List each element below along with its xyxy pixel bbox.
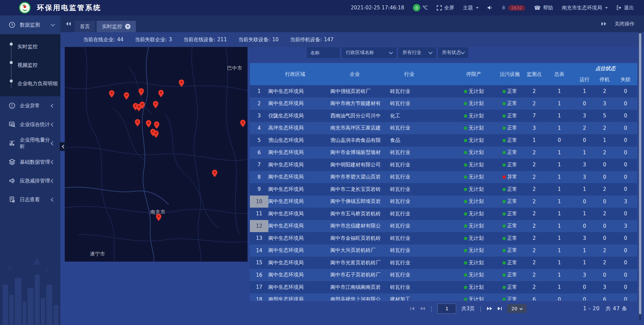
sidebar-item-emergency[interactable]: 应急减排管理 [0,171,60,190]
map-pin-icon[interactable] [146,120,151,127]
vertical-scrollbar[interactable] [639,32,641,321]
status-dot-icon [464,261,467,265]
table-row[interactable]: 10阆中生态环境局阆中千佛镇五郎垭页岩砖瓦行业无计划正常21003 [250,196,637,208]
tab-realtime-monitor[interactable]: 实时监控 × [97,21,136,32]
status-dot-icon [464,114,467,118]
next-page-button[interactable] [487,307,492,311]
tab-close-icon[interactable]: × [125,24,130,29]
table-row[interactable]: 13阆中生态环境局阆中市金福旺页岩机砖砖瓦行业无计划正常21300 [250,232,637,245]
cell-industry: 砖瓦行业 [387,183,451,196]
sidebar-item-enterprise-abnormal[interactable]: 企业异常 [0,96,60,115]
table-row[interactable]: 6阆中生态环境局阆中市金博瑞新型墙材砖瓦行业无计划正常21120 [250,147,637,159]
first-page-button[interactable] [410,307,415,311]
map-pin-icon[interactable] [156,214,161,221]
map-pin-icon[interactable] [109,90,114,98]
table-row[interactable]: 9阆中生态环境局阆中市二龙长宝页岩砖砖瓦行业无计划正常21120 [250,183,637,196]
table-row[interactable]: 18南部生态环境局南部县砚华上河有限公建材加工无计划正常60060 [250,293,637,301]
table-row[interactable]: 7阆中生态环境局阆中明阳建材有限公司砖瓦行业无计划正常21300 [250,159,637,171]
cell-stop: 0 [595,220,614,232]
map-pin-icon[interactable] [153,130,159,138]
status-dot-icon [502,126,506,130]
cell-region: 仪陇生态环境局 [268,110,322,122]
table-row[interactable]: 2阆中生态环境局阆中市南方节能建材有砖瓦行业无计划正常21030 [250,98,637,110]
close-operations-button[interactable]: 关闭操作 [614,21,635,27]
map-pin-icon[interactable] [158,90,164,97]
status-dot-icon [464,175,467,179]
sidebar-collapse-button[interactable] [60,142,66,151]
sound-button[interactable] [487,5,493,10]
last-page-button[interactable] [497,307,502,311]
table-row[interactable]: 11阆中生态环境局阆中市五马桥页岩机砖砖瓦行业无计划正常21120 [250,208,637,220]
table-row[interactable]: 3仪陇生态环境局西南油气田分公司川中化工无计划正常71350 [250,110,637,122]
scrollbar-thumb[interactable] [639,33,641,314]
name-filter-input[interactable] [307,47,340,58]
previous-page-button[interactable] [420,307,425,311]
status-filter-select[interactable]: 所有状态 [438,47,468,58]
table-row[interactable]: 5营山生态环境局营山县润丰肉食品有限食品无计划正常10010 [250,134,637,147]
sidebar-item-data-monitor[interactable]: 数据监测 [0,15,60,34]
status-dot-icon [464,102,467,105]
table-row[interactable]: 12阆中生态环境局阆中市忠信建材有限公砖瓦行业无计划正常21003 [250,220,637,232]
sidebar-item-logs[interactable]: 日志查看 [0,190,60,209]
tabs-scroll-right-button[interactable] [601,21,606,26]
sidebar-subitem[interactable]: 视频监控 [0,56,60,74]
sidebar-item-base-data[interactable]: 基础数据管理 [0,153,60,171]
status-dot-icon [464,212,467,216]
row-index: 6 [250,147,268,159]
map-pin-icon[interactable] [139,88,144,96]
chevron-left-icon [51,179,55,183]
map-pin-icon[interactable] [240,120,246,127]
page-number-input[interactable] [437,304,456,314]
cell-points: 2 [523,232,545,245]
chevron-down-icon [428,50,433,54]
logout-button[interactable]: 退出 [616,5,634,11]
cell-limit-status: 无计划 [451,122,496,134]
theme-dropdown[interactable]: 主题 [463,5,479,11]
cell-stop: 2 [595,183,614,196]
cell-meters: 1 [545,147,574,159]
map-pin-icon[interactable] [212,170,217,177]
table-row[interactable]: 17阆中生态环境局阆中市江南镇阆南页岩砖瓦行业无计划正常21030 [250,281,637,293]
status-dot-icon [502,114,506,118]
sidebar-item-enterprise-stats[interactable]: 企业综合统计 [0,115,60,134]
cell-stop: 2 [595,122,614,134]
sidebar-item-power-analysis[interactable]: 企业用电量分析 [0,134,60,153]
col-region: 行政区域 [268,63,322,85]
fullscreen-button[interactable]: 全屏 [437,5,454,11]
cell-limit-status: 无计划 [451,147,496,159]
map-panel[interactable]: 巴中市南充市遂宁市 [65,47,248,262]
table-row[interactable]: 8阆中生态环境局阆中市枣碧大梁山页岩砖瓦行业无计划异常21300 [250,171,637,183]
map-pin-icon[interactable] [179,79,184,87]
cell-region: 阆中生态环境局 [268,220,322,232]
tab-home[interactable]: 首页 [74,21,95,32]
cell-meters: 1 [545,196,574,208]
status-dot-icon [502,200,506,203]
tabs-scroll-left-button[interactable] [66,21,71,26]
map-pin-icon[interactable] [135,119,140,126]
map-pin-icon[interactable] [124,92,129,100]
help-button[interactable]: ☎ 帮助 [534,5,553,11]
sidebar-subitem[interactable]: 实时监控 [0,38,60,56]
org-dropdown[interactable]: 南充市生态环境局 [562,5,608,11]
map-pin-icon[interactable] [140,102,145,109]
page-size-select[interactable]: 20 [507,304,527,313]
region-filter-value: 行政区域名称 [346,50,374,56]
map-pin-icon[interactable] [153,101,158,108]
table-row[interactable]: 1阆中生态环境局阆中强锐页岩砖厂砖瓦行业无计划正常21120 [250,85,637,98]
cell-facility-status: 正常 [496,85,523,98]
notification-button[interactable]: 2632 [501,5,525,11]
map-pin-icon[interactable] [154,121,159,129]
cell-company: 阆中千佛镇五郎垭页岩 [322,196,387,208]
table-row[interactable]: 4高坪生态环境局南充市高坪区王家店建砖瓦行业无计划正常31220 [250,122,637,134]
region-filter-select[interactable]: 行政区域名称 [342,47,396,58]
cell-industry: 砖瓦行业 [387,269,451,281]
table-row[interactable]: 16阆中生态环境局阆中市石子页岩机砖厂砖瓦行业无计划正常21300 [250,269,637,281]
table-row[interactable]: 14阆中生态环境局阆中大兴页岩机砖厂砖瓦行业无计划正常21120 [250,245,637,257]
sidebar-item-label: 企业用电量分析 [20,137,51,150]
cell-run: 2 [574,122,595,134]
industry-filter-select[interactable]: 所有行业 [398,47,436,58]
cell-points: 3 [523,122,545,134]
sidebar-subitem[interactable]: 企业电力负荷明细 [0,74,60,93]
cell-limit-status: 无计划 [451,159,496,171]
table-row[interactable]: 15阆中生态环境局阆中市光富页岩机砖厂砖瓦行业无计划正常21120 [250,257,637,269]
